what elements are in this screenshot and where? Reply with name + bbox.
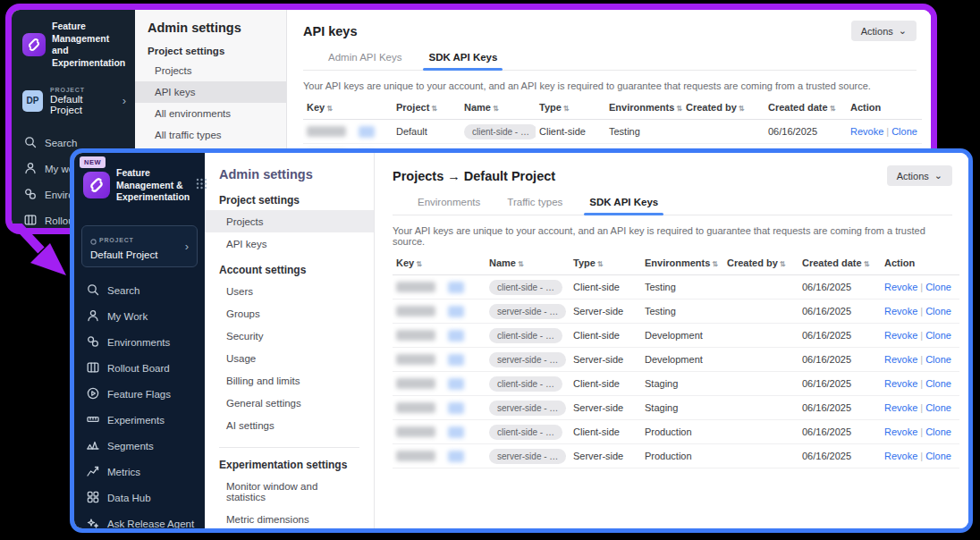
col-created-by[interactable]: Created by⇅ bbox=[723, 250, 798, 275]
sidebar-item-feature-flags[interactable]: Feature Flags bbox=[74, 382, 205, 408]
tab-environments[interactable]: Environments bbox=[418, 197, 480, 215]
api-key-name-pill: client-side - … bbox=[489, 376, 562, 392]
revoke-link[interactable]: Revoke bbox=[884, 282, 917, 292]
col-type[interactable]: Type⇅ bbox=[536, 95, 605, 120]
sidebar-item-experiments[interactable]: Experiments bbox=[74, 408, 205, 434]
col-key[interactable]: Key⇅ bbox=[393, 250, 486, 275]
tab-sdk-api-keys[interactable]: SDK API Keys bbox=[589, 197, 658, 215]
admin-nav-item-billing-and-limits[interactable]: Billing and limits bbox=[205, 369, 374, 392]
sidebar-item-ask-release-agent[interactable]: Ask Release Agent bbox=[74, 511, 205, 533]
clone-link[interactable]: Clone bbox=[925, 426, 951, 437]
created-date-cell: 06/16/2025 bbox=[798, 275, 881, 300]
type-cell: Client-side bbox=[536, 120, 605, 144]
col-key[interactable]: Key⇅ bbox=[303, 95, 393, 120]
col-created-date[interactable]: Created date⇅ bbox=[798, 250, 881, 275]
new-app-title: Feature Management & Experimentation bbox=[116, 167, 190, 204]
sidebar-item-label: Ask Release Agent bbox=[107, 519, 194, 529]
admin-section-header: Experimentation settings bbox=[205, 459, 374, 471]
admin-nav-item-general-settings[interactable]: General settings bbox=[205, 392, 374, 414]
app-launcher-icon[interactable] bbox=[196, 177, 207, 193]
sidebar-item-metrics[interactable]: Metrics bbox=[74, 460, 205, 485]
admin-nav-item-security[interactable]: Security bbox=[205, 325, 374, 347]
redacted-key bbox=[396, 402, 435, 413]
new-badge: NEW bbox=[80, 156, 106, 168]
api-keys-description: Your API keys are unique to your account… bbox=[303, 80, 917, 91]
admin-nav-item-groups[interactable]: Groups bbox=[205, 302, 374, 325]
admin-nav-item-users[interactable]: Users bbox=[205, 280, 374, 302]
created-date-cell: 06/16/2025 bbox=[798, 444, 881, 468]
ask-release-agent-icon bbox=[87, 517, 99, 531]
redacted-key bbox=[396, 354, 435, 365]
admin-nav-item-projects[interactable]: Projects bbox=[205, 210, 374, 232]
api-key-name-pill: client-side - … bbox=[489, 280, 562, 295]
clone-link[interactable]: Clone bbox=[891, 126, 917, 137]
redacted-key-badge bbox=[448, 426, 464, 438]
revoke-link[interactable]: Revoke bbox=[884, 451, 917, 461]
sidebar-item-my-work[interactable]: My Work bbox=[74, 304, 205, 330]
admin-nav-item-api-keys[interactable]: API keys bbox=[135, 81, 286, 103]
col-created-by[interactable]: Created by⇅ bbox=[682, 95, 765, 120]
tab-admin-api-keys[interactable]: Admin API Keys bbox=[328, 52, 401, 70]
admin-nav-item-usage[interactable]: Usage bbox=[205, 347, 374, 369]
col-project[interactable]: Project⇅ bbox=[393, 95, 460, 120]
actions-button[interactable]: Actions ⌄ bbox=[887, 165, 952, 186]
environment-cell: Production bbox=[641, 420, 723, 444]
table-row: server-side - … Server-side Staging 06/1… bbox=[393, 396, 959, 420]
col-environments[interactable]: Environments⇅ bbox=[641, 250, 723, 275]
clone-link[interactable]: Clone bbox=[925, 306, 951, 316]
old-project-selector[interactable]: DP PROJECT Default Project › bbox=[12, 79, 135, 123]
actions-button[interactable]: Actions ⌄ bbox=[851, 21, 917, 41]
admin-nav-item-metric-dimensions[interactable]: Metric dimensions bbox=[205, 508, 374, 528]
revoke-link[interactable]: Revoke bbox=[850, 126, 883, 137]
sort-icon: ⇅ bbox=[676, 105, 682, 113]
tab-traffic-types[interactable]: Traffic types bbox=[507, 197, 562, 215]
col-name[interactable]: Name⇅ bbox=[460, 95, 536, 120]
admin-nav-item-ai-settings[interactable]: AI settings bbox=[205, 414, 374, 436]
new-main-content: Projects → Default Project Actions ⌄ Env… bbox=[375, 153, 968, 528]
col-name[interactable]: Name⇅ bbox=[486, 250, 570, 275]
revoke-link[interactable]: Revoke bbox=[884, 378, 917, 389]
sidebar-item-segments[interactable]: Segments bbox=[74, 434, 205, 460]
created-date-cell: 06/16/2025 bbox=[798, 324, 881, 348]
sidebar-item-data-hub[interactable]: Data Hub bbox=[74, 485, 205, 511]
table-row: client-side - … Client-side Development … bbox=[393, 324, 959, 348]
sidebar-item-label: Search bbox=[107, 285, 139, 296]
tab-sdk-api-keys[interactable]: SDK API Keys bbox=[428, 52, 497, 70]
admin-nav-item-monitor-window[interactable]: Monitor window and statistics bbox=[205, 475, 374, 508]
col-environments[interactable]: Environments⇅ bbox=[605, 95, 682, 120]
table-row: client-side - … Client-side Production 0… bbox=[393, 420, 959, 444]
sort-icon: ⇅ bbox=[416, 260, 422, 268]
admin-nav-item-projects[interactable]: Projects bbox=[135, 60, 286, 81]
clone-link[interactable]: Clone bbox=[925, 451, 951, 461]
environment-cell: Staging bbox=[641, 372, 723, 396]
col-created-date[interactable]: Created date⇅ bbox=[765, 95, 847, 120]
sidebar-item-environments[interactable]: Environments bbox=[74, 330, 205, 356]
clone-link[interactable]: Clone bbox=[925, 378, 951, 389]
split-logo-icon bbox=[22, 33, 46, 56]
admin-nav-item-all-traffic-types[interactable]: All traffic types bbox=[135, 124, 286, 146]
revoke-link[interactable]: Revoke bbox=[884, 354, 917, 365]
type-cell: Server-side bbox=[570, 444, 641, 468]
sort-icon: ⇅ bbox=[830, 105, 836, 113]
revoke-link[interactable]: Revoke bbox=[884, 402, 917, 413]
metrics-icon bbox=[87, 465, 99, 479]
revoke-link[interactable]: Revoke bbox=[884, 426, 917, 437]
revoke-link[interactable]: Revoke bbox=[884, 306, 917, 316]
sort-icon: ⇅ bbox=[431, 105, 437, 113]
segments-icon bbox=[87, 439, 99, 453]
sidebar-item-rollout-board[interactable]: Rollout Board bbox=[74, 356, 205, 382]
sidebar-item-search[interactable]: Search bbox=[74, 278, 205, 304]
clone-link[interactable]: Clone bbox=[925, 282, 951, 292]
clone-link[interactable]: Clone bbox=[925, 354, 951, 365]
admin-nav-item-api-keys[interactable]: API keys bbox=[205, 232, 374, 255]
old-tabs: Admin API Keys SDK API Keys bbox=[303, 52, 917, 71]
clone-link[interactable]: Clone bbox=[925, 402, 951, 413]
environment-cell: Testing bbox=[641, 275, 723, 300]
col-type[interactable]: Type⇅ bbox=[570, 250, 641, 275]
project-icon bbox=[90, 232, 97, 249]
clone-link[interactable]: Clone bbox=[925, 330, 951, 341]
sort-icon: ⇅ bbox=[326, 105, 333, 113]
revoke-link[interactable]: Revoke bbox=[884, 330, 917, 341]
admin-nav-item-all-environments[interactable]: All environments bbox=[135, 103, 286, 124]
new-project-selector[interactable]: PROJECT Default Project › bbox=[81, 225, 198, 267]
